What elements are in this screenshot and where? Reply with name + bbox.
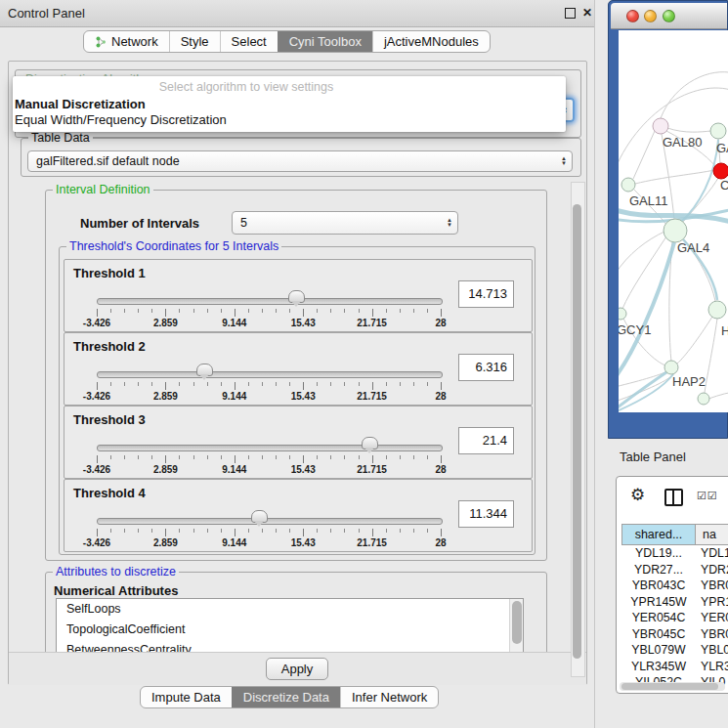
table-cell[interactable]: YDR27... — [621, 563, 696, 577]
network-edge[interactable] — [677, 317, 712, 364]
tab-network[interactable]: Network — [84, 31, 169, 52]
apply-button[interactable]: Apply — [266, 658, 328, 680]
network-edge[interactable] — [619, 242, 674, 378]
gear-icon[interactable]: ⚙ — [630, 485, 645, 505]
table-cell[interactable]: YBR0 — [701, 578, 728, 592]
table-cell[interactable]: YBL079W — [621, 643, 696, 657]
slider-thumb[interactable] — [251, 510, 268, 523]
dropdown-option-manual-discretization[interactable]: Manual Discretization — [15, 97, 146, 111]
cyni-toolbox-pane: Discretization Algorithm ▲ ▼ Select algo… — [8, 61, 587, 685]
scrollbar-thumb[interactable] — [621, 683, 718, 690]
network-edge[interactable] — [705, 319, 717, 393]
network-edge[interactable] — [661, 72, 728, 118]
table-horizontal-scrollbar[interactable] — [620, 682, 725, 691]
table-row[interactable]: YPR145WYPR1 — [617, 595, 728, 612]
table-cell[interactable]: YBR043C — [621, 578, 696, 592]
tab-select[interactable]: Select — [220, 31, 278, 52]
threshold-value-field[interactable]: 11.344 — [458, 500, 514, 528]
stepper-down-icon[interactable]: ▼ — [561, 161, 567, 166]
network-edge[interactable] — [619, 374, 673, 410]
table-data-combobox[interactable]: galFiltered.sif default node ▲ ▼ — [27, 150, 573, 172]
threshold-value-field[interactable]: 14.713 — [458, 280, 514, 308]
tab-cyni-toolbox[interactable]: Cyni Toolbox — [278, 31, 372, 52]
network-node-gal4[interactable] — [664, 219, 687, 242]
table-row[interactable]: YLR345WYLR3 — [617, 660, 728, 676]
stepper-down-icon[interactable]: ▼ — [447, 223, 452, 228]
checkbox-icons[interactable]: ☑☑ — [697, 490, 718, 502]
split-table-icon[interactable] — [664, 489, 683, 506]
tab-impute-data[interactable]: Impute Data — [141, 687, 232, 707]
network-node-hap2[interactable] — [664, 361, 678, 374]
mac-close-button[interactable] — [626, 10, 639, 22]
network-node-gal11[interactable] — [621, 178, 635, 192]
threshold-value-field[interactable]: 21.4 — [458, 427, 514, 454]
panel-vertical-scrollbar[interactable] — [571, 182, 585, 677]
number-of-intervals-combobox[interactable]: 5 ▲ ▼ — [232, 211, 458, 235]
table-row[interactable]: YDR27...YDR2 — [617, 563, 728, 579]
tab-infer-network[interactable]: Infer Network — [340, 687, 438, 707]
scrollbar-thumb[interactable] — [512, 601, 522, 644]
network-node-gal80[interactable] — [653, 118, 668, 134]
network-edge[interactable] — [635, 170, 714, 184]
slider-thumb[interactable] — [196, 364, 213, 376]
slider-track[interactable] — [97, 298, 443, 305]
attribute-item-topologicalcoefficient[interactable]: TopologicalCoefficient — [57, 620, 523, 640]
axis-tick-label: -3.426 — [83, 537, 110, 548]
tab-style[interactable]: Style — [169, 31, 220, 52]
column-header-shared-name[interactable]: shared... — [621, 524, 696, 545]
mac-minimize-button[interactable] — [644, 10, 657, 22]
table-cell[interactable]: YPR145W — [621, 595, 696, 609]
table-row[interactable]: YBR043CYBR0 — [617, 578, 728, 595]
network-edge[interactable] — [619, 370, 669, 409]
table-row[interactable]: YBR045CYBR0 — [617, 627, 728, 644]
table-cell[interactable]: YER0 — [701, 611, 728, 624]
network-edge[interactable] — [619, 232, 664, 275]
table-cell[interactable]: YLR3 — [701, 660, 728, 673]
network-node-ga[interactable] — [710, 123, 726, 139]
mac-zoom-button[interactable] — [663, 10, 675, 22]
network-edge[interactable] — [622, 236, 666, 309]
table-row[interactable]: YER054CYER0 — [617, 611, 728, 627]
scrollbar-thumb[interactable] — [573, 204, 581, 659]
network-window-titlebar[interactable] — [611, 3, 727, 29]
table-cell[interactable]: YBL0 — [701, 643, 728, 657]
table-cell[interactable]: YLR345W — [621, 660, 696, 673]
attribute-item-selfloops[interactable]: SelfLoops — [57, 599, 523, 620]
threshold-value-field[interactable]: 6.316 — [458, 354, 514, 381]
column-header-name[interactable]: na — [695, 524, 728, 545]
tab-discretize-data[interactable]: Discretize Data — [232, 687, 340, 707]
tab-jactivemnodules[interactable]: jActiveMNodules — [372, 31, 490, 52]
float-window-icon[interactable] — [565, 8, 576, 19]
network-node[interactable] — [698, 393, 709, 405]
dropdown-option-equal-width-frequency-discretization[interactable]: Equal Width/Frequency Discretization — [15, 112, 227, 127]
stepper-arrows-icon[interactable]: ▲ ▼ — [556, 156, 572, 166]
slider-track[interactable] — [97, 371, 443, 378]
network-edge[interactable] — [680, 140, 718, 223]
tab-label: Discretize Data — [243, 690, 329, 705]
table-cell[interactable]: YDL19... — [621, 546, 696, 560]
table-cell[interactable]: YDR2 — [701, 563, 728, 577]
table-cell[interactable]: YER054C — [621, 611, 696, 624]
network-node-c[interactable] — [713, 163, 728, 179]
table-cell[interactable]: YBR0 — [701, 627, 728, 641]
network-edge[interactable] — [667, 128, 711, 132]
stepper-arrows-icon[interactable]: ▲ ▼ — [442, 218, 457, 228]
axis-tick-label: 2.859 — [153, 537, 178, 548]
table-cell[interactable]: YBR045C — [621, 627, 696, 641]
network-node-gcy1[interactable] — [619, 308, 626, 320]
table-row[interactable]: YBL079WYBL0 — [617, 643, 728, 660]
table-cell[interactable]: YDL1 — [701, 546, 728, 560]
slider-track[interactable] — [97, 445, 443, 451]
network-node-ha[interactable] — [708, 301, 726, 319]
slider-track[interactable] — [97, 518, 443, 525]
table-cell[interactable]: YPR1 — [701, 595, 728, 609]
bottom-tab-bar: Impute DataDiscretize DataInfer Network — [140, 686, 439, 708]
close-icon[interactable]: ✕ — [582, 6, 592, 20]
network-graph[interactable]: GAL80GACGAL11GAL4GCY1HAHAP2 — [619, 30, 728, 412]
slider-thumb[interactable] — [288, 290, 305, 303]
table-row[interactable]: YDL19...YDL1 — [617, 546, 728, 563]
network-canvas[interactable]: GAL80GACGAL11GAL4GCY1HAHAP2 — [619, 30, 728, 412]
node-label: C — [720, 178, 728, 193]
slider-thumb[interactable] — [362, 437, 378, 450]
network-edge[interactable] — [633, 131, 655, 179]
